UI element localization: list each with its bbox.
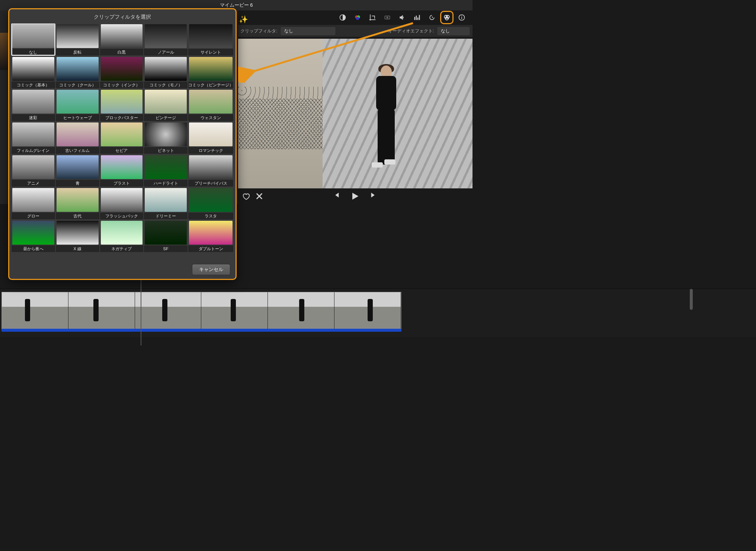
stabilize-icon[interactable] xyxy=(383,13,391,22)
filter-label: なし xyxy=(12,49,55,55)
cancel-button[interactable]: キャンセル xyxy=(192,264,230,275)
filter-ビネット[interactable]: ビネット xyxy=(144,122,188,154)
play-icon[interactable] xyxy=(350,191,360,201)
clip-filter-dropdown[interactable]: なし xyxy=(280,26,336,36)
playhead[interactable] xyxy=(141,278,141,344)
filter-なし[interactable]: なし xyxy=(12,23,55,55)
filter-グロー[interactable]: グロー xyxy=(12,187,55,219)
filter-コミック（モノ）[interactable]: コミック（モノ） xyxy=(144,56,188,88)
popover-title: クリップフィルタを選択 xyxy=(9,9,236,23)
filter-セピア[interactable]: セピア xyxy=(100,122,144,154)
filter-label: ウェスタン xyxy=(188,114,233,121)
svg-rect-15 xyxy=(461,16,462,16)
info-icon[interactable] xyxy=(458,13,466,22)
filter-ブラスト[interactable]: ブラスト xyxy=(100,155,144,187)
filter-label: グロー xyxy=(12,213,55,219)
filter-thumb xyxy=(57,57,99,81)
filter-コミック（クール）[interactable]: コミック（クール） xyxy=(56,56,99,88)
timeline-frame xyxy=(334,292,401,329)
filter-ビンテージ[interactable]: ビンテージ xyxy=(144,89,188,121)
filter-label: 古いフィルム xyxy=(56,147,99,154)
filter-昼から夜へ[interactable]: 昼から夜へ xyxy=(12,220,55,252)
reject-icon[interactable] xyxy=(255,192,263,200)
filter-ラスタ[interactable]: ラスタ xyxy=(188,187,233,219)
filter-ウェスタン[interactable]: ウェスタン xyxy=(188,89,233,121)
filter-thumb xyxy=(101,90,143,114)
clip-filter-icon[interactable] xyxy=(443,13,451,22)
filter-label: ノアール xyxy=(144,49,188,55)
filter-thumb xyxy=(145,221,187,245)
filter-thumb xyxy=(189,155,233,179)
speed-icon[interactable] xyxy=(428,13,436,22)
filter-青[interactable]: 青 xyxy=(56,155,99,187)
inspector-toolbar xyxy=(238,10,472,25)
next-frame-icon[interactable] xyxy=(370,191,378,199)
filter-ドリーミー[interactable]: ドリーミー xyxy=(144,187,188,219)
filter-コミック（ビンテージ）[interactable]: コミック（ビンテージ） xyxy=(188,56,233,88)
timeline-frame xyxy=(201,292,268,329)
filter-thumb xyxy=(12,155,54,179)
filter-label: ブラスト xyxy=(100,180,144,187)
filter-ヒートウェーブ[interactable]: ヒートウェーブ xyxy=(56,89,99,121)
filter-ロマンチック[interactable]: ロマンチック xyxy=(188,122,233,154)
filter-label: コミック（基本） xyxy=(12,82,55,88)
timeline-clip[interactable] xyxy=(1,292,401,329)
audio-effect-dropdown[interactable]: なし xyxy=(437,26,470,36)
filter-ブリーチバイパス[interactable]: ブリーチバイパス xyxy=(188,155,233,187)
filter-label: ハードライト xyxy=(144,180,188,187)
filter-thumb xyxy=(12,24,54,48)
filter-アニメ[interactable]: アニメ xyxy=(12,155,55,187)
filter-X 線[interactable]: X 線 xyxy=(56,220,99,252)
filter-フィルムグレイン[interactable]: フィルムグレイン xyxy=(12,122,55,154)
filter-ブロックバスター[interactable]: ブロックバスター xyxy=(100,89,144,121)
filter-label: コミック（クール） xyxy=(56,82,99,88)
filter-thumb xyxy=(101,57,143,81)
timeline-frame xyxy=(135,292,202,329)
timeline-selection-bar[interactable] xyxy=(1,329,401,332)
filter-ノアール[interactable]: ノアール xyxy=(144,23,188,55)
filter-thumb xyxy=(189,188,233,212)
filter-label: フラッシュバック xyxy=(100,213,144,219)
filter-反転[interactable]: 反転 xyxy=(56,23,99,55)
prev-frame-icon[interactable] xyxy=(332,191,340,199)
filter-label: ヒートウェーブ xyxy=(56,114,99,121)
filter-古代[interactable]: 古代 xyxy=(56,187,99,219)
filter-label: セピア xyxy=(100,147,144,154)
crop-icon[interactable] xyxy=(368,13,377,22)
filter-thumb xyxy=(189,122,233,146)
inspector-values-row: クリップフィルタ: なし オーディオエフェクト: なし xyxy=(238,25,472,37)
color-correction-icon[interactable] xyxy=(353,13,362,22)
filter-thumb xyxy=(101,24,143,48)
filter-ハードライト[interactable]: ハードライト xyxy=(144,155,188,187)
preview-viewer[interactable] xyxy=(238,39,472,188)
filter-label: 白黒 xyxy=(100,49,144,55)
filter-コミック（インク）[interactable]: コミック（インク） xyxy=(100,56,144,88)
filter-label: フィルムグレイン xyxy=(12,147,55,154)
filter-label: ロマンチック xyxy=(188,147,233,154)
volume-icon[interactable] xyxy=(398,13,406,22)
filter-thumb xyxy=(57,188,99,212)
filter-thumb xyxy=(12,57,54,81)
favorite-icon[interactable] xyxy=(242,192,250,200)
filter-古いフィルム[interactable]: 古いフィルム xyxy=(56,122,99,154)
timeline[interactable] xyxy=(0,289,472,337)
filter-label: 反転 xyxy=(56,49,99,55)
filter-thumb xyxy=(101,188,143,212)
filter-label: ラスタ xyxy=(188,213,233,219)
filter-フラッシュバック[interactable]: フラッシュバック xyxy=(100,187,144,219)
magic-wand-icon[interactable]: ✨ xyxy=(239,15,248,24)
svg-rect-7 xyxy=(416,16,417,20)
filter-ネガティブ[interactable]: ネガティブ xyxy=(100,220,144,252)
timeline-frame xyxy=(68,292,135,329)
equalizer-icon[interactable] xyxy=(413,13,421,22)
color-balance-icon[interactable] xyxy=(339,13,347,22)
filter-白黒[interactable]: 白黒 xyxy=(100,23,144,55)
filter-サイレント[interactable]: サイレント xyxy=(188,23,233,55)
svg-rect-8 xyxy=(417,17,419,20)
filter-迷彩[interactable]: 迷彩 xyxy=(12,89,55,121)
filter-label: コミック（ビンテージ） xyxy=(188,82,233,88)
filter-ダブルトーン[interactable]: ダブルトーン xyxy=(188,220,233,252)
filter-コミック（基本）[interactable]: コミック（基本） xyxy=(12,56,55,88)
filter-thumb xyxy=(101,221,143,245)
filter-SF[interactable]: SF xyxy=(144,220,188,252)
